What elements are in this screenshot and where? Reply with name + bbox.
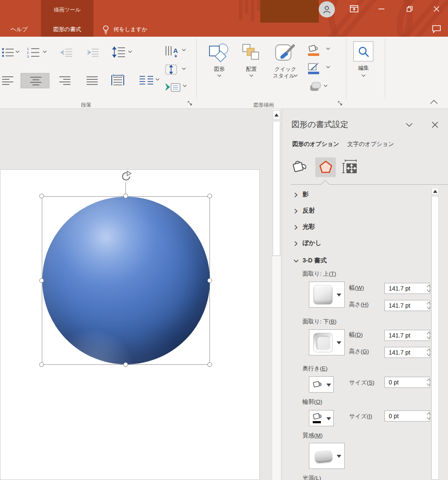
tab-text-options[interactable]: 文字のオプション [347,140,394,148]
shape-effects-dropdown-icon[interactable] [323,84,328,87]
canvas-scrollbar[interactable] [272,109,281,480]
paragraph-dialog-launcher[interactable] [188,101,193,107]
smartart-dropdown-icon[interactable] [183,84,187,87]
section-shadow[interactable]: 影 [293,190,434,200]
tab-help[interactable]: ヘルプ [5,22,33,37]
decrease-indent-button[interactable] [60,48,73,57]
bevel-bottom-height-input[interactable]: 141.7 pt [384,347,430,358]
bevel-bottom-picker[interactable] [309,329,345,355]
size-and-properties-tab[interactable] [341,159,358,175]
distribute-text-button[interactable] [111,74,125,86]
fill-and-line-tab[interactable] [291,160,309,176]
shape-fill-dropdown-icon[interactable] [326,47,330,50]
contextual-tab-label: 描画ツール [41,6,93,14]
resize-handle-bottom-right[interactable] [207,362,212,367]
contour-size-input[interactable]: 0 pt [384,410,430,422]
contour-color-picker[interactable] [309,410,334,426]
align-center-icon [30,76,42,86]
tab-shape-options[interactable]: 図形のオプション [292,140,339,148]
resize-handle-top-left[interactable] [39,194,44,198]
pane-scrollbar[interactable] [431,187,439,480]
tab-shape-format[interactable]: 図形の書式 [41,22,93,37]
pane-options-chevron-icon[interactable] [405,122,413,128]
canvas-scrollbar-thumb[interactable] [273,121,280,256]
resize-handle-middle-right[interactable] [207,278,212,283]
contour-bucket-icon [312,412,323,425]
resize-handle-bottom-center[interactable] [123,362,128,367]
arrange-icon [241,44,261,63]
editing-button[interactable]: 編集 [352,41,375,80]
shapes-dropdown-icon [217,74,221,77]
shape-effects-button[interactable] [309,81,322,92]
section-3d-format-label: 3-D 書式 [303,256,326,265]
pane-tab-separator [291,184,448,185]
numbering-button[interactable]: 123 [26,47,40,58]
pane-scrollbar-thumb[interactable] [431,196,439,480]
align-right-button[interactable] [59,76,71,85]
section-glow[interactable]: 光彩 [293,223,434,232]
resize-handle-bottom-left[interactable] [39,362,44,367]
dropdown-arrow-icon [326,384,331,387]
depth-size-input[interactable]: 0 pt [384,377,430,388]
bullets-button[interactable] [2,47,15,58]
bevel-bottom-width-input[interactable]: 141.7 pt [384,330,430,341]
quick-styles-button[interactable]: クイック スタイル [272,43,299,84]
ribbon-display-options-icon [349,5,359,13]
close-button[interactable] [431,3,442,15]
feedback-comment-icon[interactable] [431,24,442,34]
canvas-scroll-up-button[interactable] [273,110,280,120]
quick-styles-dropdown-icon [294,74,298,77]
blue-sphere-shape[interactable] [42,197,210,364]
bevel-top-height-input[interactable]: 141.7 pt [384,300,430,311]
section-3d-format[interactable]: 3-D 書式 [293,256,434,266]
paint-bucket-icon [291,160,309,176]
account-avatar[interactable] [319,1,335,17]
search-icon [357,45,370,58]
shape-outline-dropdown-icon[interactable] [326,66,330,69]
bevel-top-preview-icon [313,285,333,305]
format-shape-pane: 図形の書式設定 図形のオプション 文字のオプション [282,109,448,480]
depth-color-picker[interactable] [309,376,334,393]
section-soft-edges[interactable]: ぼかし [293,239,434,248]
shape-fill-button[interactable] [307,44,321,57]
contour-label: 輪郭(O) [303,398,323,406]
shapes-button[interactable]: 図形 [207,43,231,79]
line-spacing-button[interactable] [112,47,126,58]
increase-indent-button[interactable] [86,48,99,57]
align-text-dropdown-icon[interactable] [182,67,186,70]
columns-dropdown-icon[interactable] [155,78,160,81]
convert-to-smartart-button[interactable] [165,82,181,93]
columns-button[interactable] [139,75,154,85]
align-text-button[interactable] [165,64,179,75]
arrange-button[interactable]: 配置 [241,43,262,79]
resize-handle-middle-left[interactable] [39,278,44,283]
bullets-dropdown-icon[interactable] [15,50,20,53]
tell-me-box[interactable]: 何をしますか [113,22,160,37]
align-left-button[interactable] [2,76,14,85]
rotation-handle[interactable] [119,170,132,183]
shape-outline-button[interactable] [307,62,321,75]
line-spacing-dropdown-icon[interactable] [128,50,132,53]
collapse-ribbon-button[interactable] [429,99,439,105]
titlebar-decor-bar [257,0,260,11]
align-center-button[interactable] [20,73,49,88]
material-picker[interactable] [309,443,345,469]
section-reflection[interactable]: 反射 [293,207,434,216]
bevel-top-width-input[interactable]: 141.7 pt [384,283,430,294]
ribbon-display-options-button[interactable] [348,3,360,15]
effects-tab[interactable] [315,157,336,177]
numbering-dropdown-icon[interactable] [43,50,47,53]
titlebar: 描画ツール [0,0,448,37]
pane-close-icon[interactable] [431,121,439,129]
pane-scroll-up-button[interactable] [431,188,439,195]
text-direction-button[interactable]: A [165,45,180,58]
text-direction-dropdown-icon[interactable] [182,49,186,52]
resize-handle-top-right[interactable] [207,194,212,198]
titlebar-decor-bar [251,0,254,21]
drawing-dialog-launcher[interactable] [338,101,343,107]
restore-button[interactable] [404,3,416,15]
minimize-button[interactable] [375,3,387,15]
bevel-top-picker[interactable] [309,282,345,308]
resize-handle-top-center[interactable] [123,194,128,198]
justify-button[interactable] [86,76,98,85]
